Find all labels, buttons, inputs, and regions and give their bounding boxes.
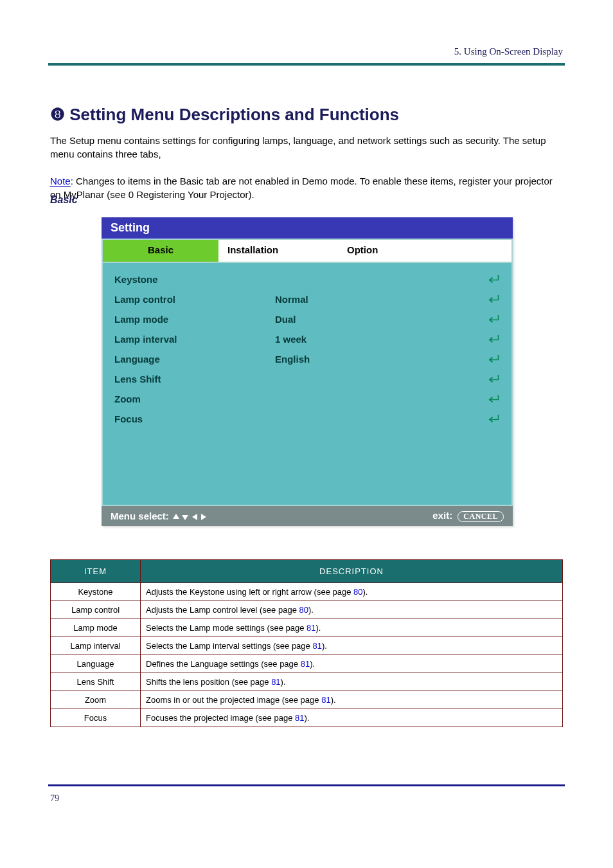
intro-text-1: The Setup menu contains settings for con…	[50, 135, 546, 159]
footer-rule	[48, 784, 565, 786]
desc-cell: Adjusts the Keystone using left or right…	[141, 583, 563, 601]
osd-row-label: Language	[114, 354, 275, 365]
desc-text: Focuses the projected image (see page	[146, 713, 295, 723]
osd-row-value: 1 week	[275, 334, 484, 345]
table-row: Lamp mode Selects the Lamp mode settings…	[51, 619, 563, 637]
desc-cell: Shifts the lens position (see page 81).	[141, 673, 563, 691]
svg-marker-1	[182, 515, 188, 520]
exit-label: exit:	[432, 510, 452, 521]
osd-row-value: Dual	[275, 314, 484, 325]
svg-marker-2	[192, 514, 197, 520]
header-rule	[48, 63, 565, 66]
osd-row[interactable]: Lamp control Normal	[114, 289, 500, 309]
table-row: Lamp interval Selects the Lamp interval …	[51, 637, 563, 655]
intro-text-2: : Changes to items in the Basic tab are …	[50, 176, 553, 200]
desc-text: Zooms in or out the projected image (see…	[146, 695, 321, 705]
osd-row[interactable]: Focus	[114, 409, 500, 429]
osd-row-label: Lens Shift	[114, 374, 275, 384]
tab-basic[interactable]: Basic	[103, 240, 218, 262]
osd-body: Keystone Lamp control Normal Lamp mode D…	[102, 262, 513, 506]
th-item: ITEM	[51, 560, 141, 583]
desc-suffix: ).	[310, 659, 315, 669]
item-cell: Language	[51, 655, 141, 673]
osd-row[interactable]: Lamp interval 1 week	[114, 329, 500, 349]
desc-suffix: ).	[331, 695, 336, 705]
sub-heading-basic: Basic	[50, 194, 78, 206]
desc-cell: Zooms in or out the projected image (see…	[141, 691, 563, 709]
osd-row[interactable]: Lamp mode Dual	[114, 309, 500, 329]
item-cell: Keystone	[51, 583, 141, 601]
osd-row-label: Lamp control	[114, 294, 275, 305]
svg-marker-0	[173, 514, 179, 519]
table-row: Language Defines the Language settings (…	[51, 655, 563, 673]
osd-footer: Menu select: exit: CANCEL	[102, 506, 513, 526]
section-title: ❽ Setting Menu Descriptions and Function…	[50, 105, 399, 125]
desc-text: Defines the Language settings (see page	[146, 659, 301, 669]
osd-row[interactable]: Lens Shift	[114, 369, 500, 389]
tab-installation[interactable]: Installation	[218, 240, 334, 262]
tab-option[interactable]: Option	[334, 240, 443, 262]
page-link[interactable]: 81	[312, 641, 321, 651]
arrow-icons	[172, 511, 208, 521]
desc-suffix: ).	[308, 605, 314, 615]
item-cell: Lamp control	[51, 601, 141, 619]
table-row: Keystone Adjusts the Keystone using left…	[51, 583, 563, 601]
svg-marker-3	[201, 514, 206, 520]
th-description: DESCRIPTION	[141, 560, 563, 583]
menu-select-label: Menu select:	[111, 511, 169, 521]
enter-icon	[484, 413, 500, 425]
osd-tabs: Basic Installation Option	[102, 239, 513, 262]
desc-text: Adjusts the Keystone using left or right…	[146, 587, 353, 597]
running-head: 5. Using On-Screen Display	[454, 46, 563, 57]
desc-suffix: ).	[362, 587, 368, 597]
osd-row[interactable]: Language English	[114, 349, 500, 369]
desc-suffix: ).	[304, 713, 309, 723]
table-row: Lens Shift Shifts the lens position (see…	[51, 673, 563, 691]
desc-cell: Defines the Language settings (see page …	[141, 655, 563, 673]
enter-icon	[484, 373, 500, 385]
table-row: Zoom Zooms in or out the projected image…	[51, 691, 563, 709]
desc-suffix: ).	[322, 641, 327, 651]
enter-icon	[484, 313, 500, 325]
osd-row[interactable]: Keystone	[114, 269, 500, 289]
desc-text: Selects the Lamp interval settings (see …	[146, 641, 312, 651]
table-row: Lamp control Adjusts the Lamp control le…	[51, 601, 563, 619]
page-number: 79	[50, 793, 59, 804]
desc-text: Shifts the lens position (see page	[146, 677, 271, 687]
osd-row-value: English	[275, 354, 484, 365]
desc-suffix: ).	[281, 677, 286, 687]
page-link[interactable]: 80	[299, 605, 308, 615]
desc-cell: Selects the Lamp mode settings (see page…	[141, 619, 563, 637]
enter-icon	[484, 393, 500, 405]
desc-cell: Focuses the projected image (see page 81…	[141, 709, 563, 727]
desc-cell: Selects the Lamp interval settings (see …	[141, 637, 563, 655]
item-cell: Zoom	[51, 691, 141, 709]
description-table: ITEM DESCRIPTION Keystone Adjusts the Ke…	[50, 559, 563, 727]
desc-suffix: ).	[316, 623, 321, 633]
osd-row-value: Normal	[275, 294, 484, 305]
osd-row[interactable]: Zoom	[114, 389, 500, 409]
osd-menu: Setting Basic Installation Option Keysto…	[102, 217, 513, 526]
item-cell: Lens Shift	[51, 673, 141, 691]
osd-row-label: Focus	[114, 413, 275, 424]
item-cell: Focus	[51, 709, 141, 727]
item-cell: Lamp interval	[51, 637, 141, 655]
osd-footer-right: exit: CANCEL	[432, 510, 504, 522]
osd-row-label: Lamp mode	[114, 314, 275, 325]
osd-title: Setting	[102, 217, 513, 239]
page-link[interactable]: 81	[295, 713, 304, 723]
page-link[interactable]: 80	[353, 587, 362, 597]
osd-row-label: Zoom	[114, 393, 275, 404]
page-link[interactable]: 81	[321, 695, 330, 705]
desc-text: Adjusts the Lamp control level (see page	[146, 605, 299, 615]
osd-row-label: Lamp interval	[114, 334, 275, 345]
enter-icon	[484, 353, 500, 365]
desc-cell: Adjusts the Lamp control level (see page…	[141, 601, 563, 619]
page-link[interactable]: 81	[271, 677, 280, 687]
desc-text: Selects the Lamp mode settings (see page	[146, 623, 306, 633]
page-link[interactable]: 81	[301, 659, 310, 669]
enter-icon	[484, 273, 500, 285]
intro-text-3: Registering Your Projector).	[134, 189, 254, 200]
intro-paragraph: The Setup menu contains settings for con…	[50, 134, 564, 201]
page-link[interactable]: 81	[306, 623, 315, 633]
